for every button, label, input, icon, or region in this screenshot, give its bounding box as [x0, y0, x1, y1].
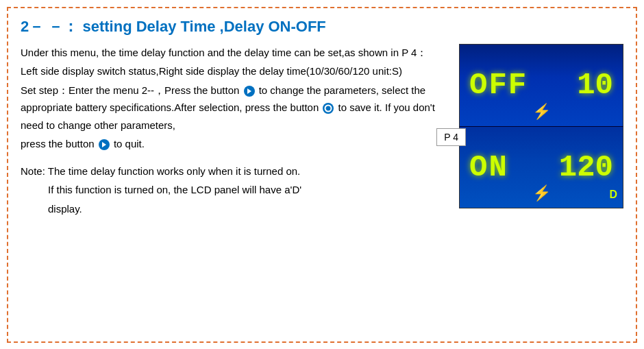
lightning-icon-bottom: ⚡ [532, 184, 551, 202]
p4-label: P 4 [436, 128, 466, 146]
content-area: Under this menu, the time delay function… [21, 44, 623, 219]
display-area: OFF 10 ⚡ ON 120 ⚡ D [459, 44, 623, 219]
note-line-2: If this function is turned on, the LCD p… [21, 181, 452, 199]
lcd-top-num: 10 [577, 68, 613, 102]
note-line-1: Note: The time delay function works only… [21, 163, 452, 180]
button-icon-1[interactable] [244, 86, 255, 97]
note-line-3: display. [21, 200, 452, 218]
main-container: 2－ －： setting Delay Time ,Delay ON-OFF U… [7, 7, 637, 343]
lcd-top: OFF 10 ⚡ [459, 44, 623, 126]
text-section: Under this menu, the time delay function… [21, 44, 452, 219]
lcd-bottom-text: ON [469, 150, 508, 184]
d-label: D [609, 189, 617, 201]
paragraph-3: Set step：Enter the menu 2--，Press the bu… [21, 82, 452, 134]
para4-text: press the button [21, 138, 95, 149]
lcd-bottom: ON 120 ⚡ D [459, 126, 623, 208]
para3-before: Set step：Enter the menu 2--，Press the bu… [21, 84, 239, 96]
lcd-bottom-num: 120 [559, 150, 613, 184]
lightning-icon-top: ⚡ [532, 103, 551, 121]
page-title: 2－ －： setting Delay Time ,Delay ON-OFF [21, 16, 623, 37]
paragraph-4: press the button to quit. [21, 135, 452, 153]
button-icon-2[interactable] [323, 103, 334, 114]
lcd-top-text: OFF [469, 68, 528, 102]
note-section: Note: The time delay function works only… [21, 163, 452, 218]
para4-after: to quit. [114, 138, 145, 149]
paragraph-1: Under this menu, the time delay function… [21, 44, 452, 62]
button-icon-3[interactable] [99, 139, 110, 150]
paragraph-2: Left side display switch status,Right si… [21, 62, 452, 80]
